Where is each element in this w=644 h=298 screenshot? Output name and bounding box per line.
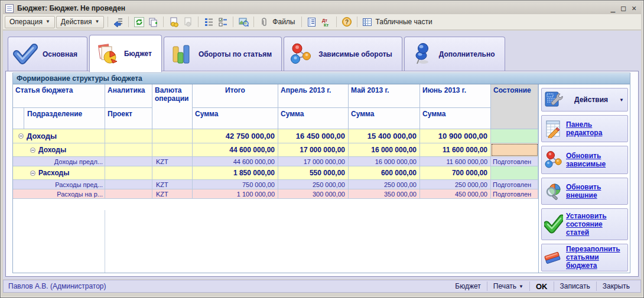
currency-cell[interactable]: [152, 143, 193, 156]
save-button[interactable]: Записать: [554, 281, 596, 291]
june-cell[interactable]: 10 900 000,00: [420, 129, 491, 143]
tab-oboroty-po-statyam[interactable]: Обороты по статьям: [164, 37, 282, 71]
table-empty-area[interactable]: [13, 210, 538, 273]
refresh-external-button[interactable]: Обновить внешние: [541, 178, 628, 205]
may-cell[interactable]: 16 000 000,00: [349, 157, 420, 166]
pushpin-icon: [409, 42, 434, 67]
close-button[interactable]: ✕: [632, 4, 636, 12]
chevron-down-icon: ▼: [519, 284, 523, 289]
toolbar-separator: [336, 17, 337, 27]
state-cell[interactable]: Подготовлен: [491, 180, 538, 189]
total-cell[interactable]: 1 850 000,00: [193, 166, 278, 179]
column-header-project: Проект: [105, 108, 152, 129]
set-article-state-button[interactable]: Установить состояние статей: [541, 208, 628, 240]
state-cell[interactable]: Подготовлен: [491, 157, 538, 166]
collapse-icon[interactable]: [30, 171, 35, 176]
april-cell[interactable]: 17 000 000,00: [278, 143, 349, 156]
unpost-icon[interactable]: [181, 15, 194, 28]
actions-menu-button[interactable]: Действия ▼: [56, 16, 105, 28]
copy-add-icon[interactable]: [147, 15, 160, 28]
april-cell[interactable]: 300 000,00: [278, 189, 349, 198]
files-button[interactable]: Файлы: [272, 18, 297, 26]
paperclip-icon[interactable]: [258, 15, 271, 28]
print-dropdown-button[interactable]: Печать ▼: [487, 281, 529, 291]
title-bar[interactable]: Бюджет: Бюджет. Не проведен _ □ ✕: [3, 2, 641, 14]
refresh-icon[interactable]: [132, 15, 145, 28]
column-header-division: Подразделение: [13, 108, 105, 129]
analytics-cell[interactable]: [105, 189, 152, 198]
tabular-parts-button[interactable]: Табличные части: [375, 18, 435, 26]
budget-table: Статья бюджета Аналитика Валюта операции…: [13, 84, 539, 273]
state-cell[interactable]: Подготовлен: [491, 189, 538, 198]
refresh-dependent-label: Обновить зависимые: [566, 152, 625, 168]
maximize-button[interactable]: □: [621, 4, 626, 12]
total-cell[interactable]: 42 750 000,00: [193, 129, 278, 143]
dt-kt-icon[interactable]: ДтКт: [320, 15, 333, 28]
post-document-icon[interactable]: [112, 15, 125, 28]
table-row[interactable]: Доходы 44 600 000,00 17 000 000,00 16 00…: [13, 143, 538, 157]
currency-cell[interactable]: KZT: [152, 180, 193, 189]
table-row[interactable]: Расходы на р... KZT 1 100 000,00 300 000…: [13, 189, 538, 199]
analytics-cell[interactable]: [105, 143, 152, 156]
collapse-icon[interactable]: [18, 133, 24, 139]
structure-view-icon[interactable]: [237, 15, 250, 28]
total-cell[interactable]: 1 100 000,00: [193, 189, 278, 198]
total-cell[interactable]: 44 600 000,00: [193, 157, 278, 166]
june-cell[interactable]: 11 600 000,00: [420, 157, 491, 166]
analytics-cell[interactable]: [105, 166, 152, 179]
analytics-cell[interactable]: [105, 157, 152, 166]
total-cell[interactable]: 750 000,00: [193, 180, 278, 189]
editor-panel-button[interactable]: Панель редактора: [541, 115, 628, 142]
tabular-parts-icon[interactable]: [361, 15, 374, 28]
table-row[interactable]: Расходы 1 850 000,00 550 000,00 600 000,…: [13, 166, 538, 180]
close-form-button[interactable]: Закрыть: [596, 281, 636, 291]
may-cell[interactable]: 350 000,00: [349, 189, 420, 198]
operation-menu-button[interactable]: Операция ▼: [5, 16, 55, 28]
table-row[interactable]: Расходы пред... KZT 750 000,00 250 000,0…: [13, 180, 538, 189]
budget-button[interactable]: Бюджет: [449, 281, 486, 291]
june-cell[interactable]: 250 000,00: [420, 180, 491, 189]
help-icon[interactable]: ?: [340, 15, 353, 28]
may-cell[interactable]: 600 000,00: [349, 166, 420, 179]
actions-dropdown-button[interactable]: Действия ▼: [541, 88, 628, 112]
april-cell[interactable]: 16 450 000,00: [278, 129, 349, 143]
document-register-icon[interactable]: [305, 15, 318, 28]
june-cell[interactable]: 11 600 000,00: [420, 143, 491, 156]
may-cell[interactable]: 250 000,00: [349, 180, 420, 189]
collapse-icon[interactable]: [30, 148, 35, 153]
april-cell[interactable]: 17 000 000,00: [278, 157, 349, 166]
article-label[interactable]: Расходы пред...: [13, 180, 105, 189]
checkbox-list-icon[interactable]: [216, 15, 229, 28]
currency-cell[interactable]: [152, 166, 193, 179]
currency-cell[interactable]: KZT: [152, 157, 193, 166]
article-label[interactable]: Расходы на р...: [13, 189, 105, 198]
tab-osnovnaya[interactable]: Основная: [8, 37, 87, 71]
tab-zavisimye-oboroty[interactable]: Зависимые обороты: [284, 37, 402, 71]
april-cell[interactable]: 250 000,00: [278, 180, 349, 189]
april-cell[interactable]: 550 000,00: [278, 166, 349, 179]
list-settings-icon[interactable]: [202, 15, 215, 28]
minimize-button[interactable]: _: [611, 4, 616, 12]
refill-articles-button[interactable]: Перезаполнить статьями бюджета: [541, 244, 628, 271]
total-cell[interactable]: 44 600 000,00: [193, 143, 278, 156]
may-cell[interactable]: 15 400 000,00: [349, 129, 420, 143]
table-row[interactable]: Доходы предл... KZT 44 600 000,00 17 000…: [13, 157, 538, 166]
state-cell[interactable]: [491, 129, 538, 143]
currency-cell[interactable]: KZT: [152, 189, 193, 198]
tab-dopolnitelno[interactable]: Дополнительно: [404, 37, 505, 71]
state-cell-selected[interactable]: [491, 143, 538, 156]
article-label[interactable]: Доходы предл...: [13, 157, 105, 166]
june-cell[interactable]: 450 000,00: [420, 189, 491, 198]
ok-button[interactable]: OK: [529, 281, 554, 291]
analytics-cell[interactable]: [105, 129, 152, 143]
currency-cell[interactable]: [152, 129, 193, 143]
june-cell[interactable]: 700 000,00: [420, 166, 491, 179]
state-cell[interactable]: [491, 166, 538, 179]
post-with-movements-icon[interactable]: [167, 15, 180, 28]
refresh-dependent-button[interactable]: Обновить зависимые: [541, 146, 628, 174]
analytics-cell[interactable]: [105, 180, 152, 189]
chevron-down-icon: ▼: [45, 19, 50, 24]
table-row[interactable]: Доходы 42 750 000,00 16 450 000,00 15 40…: [13, 129, 538, 143]
may-cell[interactable]: 16 000 000,00: [349, 143, 420, 156]
tab-budget[interactable]: Бюджет: [89, 35, 162, 72]
